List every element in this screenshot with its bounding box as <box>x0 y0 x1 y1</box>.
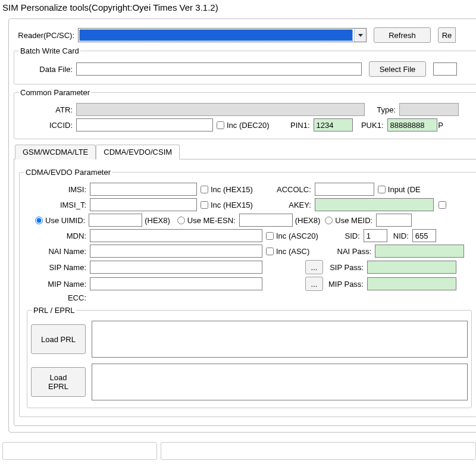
common-legend: Common Parameter <box>19 88 91 97</box>
tab-body-cdma: CDMA/EVDO Parameter IMSI: Inc (HEX15) AC… <box>14 159 476 426</box>
pin1-label: PIN1: <box>272 121 314 130</box>
nai-pass-label: NAI Pass: <box>312 247 375 256</box>
nid-field[interactable] <box>412 229 436 242</box>
puk1-field[interactable] <box>387 118 437 131</box>
pin1-field[interactable] <box>314 118 353 131</box>
p-label: P <box>437 121 448 130</box>
data-file-field[interactable] <box>76 62 362 76</box>
window-title: SIM Personalize tools(Copyright:Oyei Tim… <box>0 0 476 18</box>
inc-dec20-checkbox[interactable]: Inc (DEC20) <box>215 121 270 130</box>
status-right <box>161 442 476 460</box>
mip-name-label: MIP Name: <box>23 280 90 289</box>
nai-inc-checkbox[interactable]: Inc (ASC) <box>265 247 309 256</box>
sip-name-field[interactable] <box>90 261 262 274</box>
imsi-inc-checkbox[interactable]: Inc (HEX15) <box>199 185 253 194</box>
reader-row: Reader(PC/SC): Refresh Re <box>14 27 476 43</box>
mdn-field[interactable] <box>90 229 262 242</box>
load-eprl-button[interactable]: Load EPRL <box>31 367 86 397</box>
akey-field[interactable] <box>315 198 434 211</box>
select-file-button[interactable]: Select File <box>369 61 426 77</box>
batch-write-card-group: Batch Write Card Data File: Select File <box>14 46 476 84</box>
sid-field[interactable] <box>364 229 387 242</box>
type-field <box>399 103 459 116</box>
tab-strip: GSM/WCDMA/LTE CDMA/EVDO/CSIM <box>15 144 476 159</box>
re-button[interactable]: Re <box>438 27 456 43</box>
atr-field <box>76 103 365 116</box>
sip-pass-label: SIP Pass: <box>323 263 367 272</box>
use-me-esn-radio[interactable]: Use ME-ESN: <box>176 216 236 225</box>
nai-pass-field[interactable] <box>375 245 464 258</box>
imsi-t-inc-checkbox[interactable]: Inc (HEX15) <box>199 201 253 209</box>
mdn-inc-checkbox[interactable]: Inc (ASC20) <box>265 231 318 240</box>
data-file-label: Data File: <box>18 65 76 74</box>
prl-display <box>92 321 468 358</box>
imsi-label: IMSI: <box>23 185 90 194</box>
tab-gsm[interactable]: GSM/WCDMA/LTE <box>15 145 96 159</box>
cdma-legend: CDMA/EVDO Parameter <box>24 168 112 177</box>
iccid-label: ICCID: <box>18 121 76 130</box>
use-meid-radio[interactable]: Use MEID: <box>324 216 372 225</box>
status-left <box>2 442 157 460</box>
prl-legend: PRL / EPRL <box>32 306 76 315</box>
sip-name-label: SIP Name: <box>23 263 90 272</box>
sip-browse-button[interactable]: ... <box>305 260 323 274</box>
hex8-label-2: (HEX8) <box>295 216 321 225</box>
batch-write-legend: Batch Write Card <box>19 46 80 55</box>
load-prl-button[interactable]: Load PRL <box>31 324 86 354</box>
eprl-display <box>92 364 468 400</box>
accolc-label: ACCOLC: <box>255 185 315 194</box>
sid-label: SID: <box>321 231 364 240</box>
nai-name-field[interactable] <box>90 245 262 258</box>
uimid-field[interactable] <box>89 214 142 227</box>
reader-dropdown[interactable] <box>78 28 367 42</box>
accolc-field[interactable] <box>315 183 374 196</box>
sip-pass-field[interactable] <box>367 261 456 274</box>
mdn-label: MDN: <box>23 231 90 240</box>
meid-field[interactable] <box>376 214 412 227</box>
me-esn-field[interactable] <box>239 214 293 227</box>
common-parameter-group: Common Parameter ATR: Type: ICCID: Inc (… <box>14 88 476 139</box>
batch-extra-field[interactable] <box>433 62 457 76</box>
input-de-checkbox[interactable]: Input (DE <box>377 185 421 194</box>
puk1-label: PUK1: <box>353 121 387 130</box>
refresh-button[interactable]: Refresh <box>374 27 431 43</box>
akey-label: AKEY: <box>255 201 315 209</box>
hex8-label-1: (HEX8) <box>145 216 170 225</box>
akey-extra-checkbox[interactable] <box>437 201 449 209</box>
use-uimid-radio[interactable]: Use UIMID: <box>34 216 85 225</box>
tab-cdma[interactable]: CDMA/EVDO/CSIM <box>96 145 180 159</box>
mip-name-field[interactable] <box>90 277 262 290</box>
mip-pass-label: MIP Pass: <box>323 280 367 289</box>
nid-label: NID: <box>387 231 412 240</box>
nai-name-label: NAI Name: <box>23 247 90 256</box>
imsi-t-label: IMSI_T: <box>23 201 90 209</box>
mip-pass-field[interactable] <box>367 277 456 290</box>
main-panel: Reader(PC/SC): Refresh Re Batch Write Ca… <box>8 18 476 433</box>
imsi-t-field[interactable] <box>90 198 197 211</box>
mip-browse-button[interactable]: ... <box>305 277 323 291</box>
imsi-field[interactable] <box>90 183 197 196</box>
status-bar <box>0 442 476 460</box>
ecc-label: ECC: <box>23 293 90 302</box>
iccid-field[interactable] <box>76 118 213 131</box>
type-label: Type: <box>365 105 399 114</box>
reader-label: Reader(PC/SC): <box>14 31 78 40</box>
prl-group: PRL / EPRL Load PRL Load EPRL <box>27 306 472 408</box>
cdma-param-group: CDMA/EVDO Parameter IMSI: Inc (HEX15) AC… <box>19 168 476 417</box>
chevron-down-icon[interactable] <box>354 29 366 42</box>
atr-label: ATR: <box>18 105 76 114</box>
